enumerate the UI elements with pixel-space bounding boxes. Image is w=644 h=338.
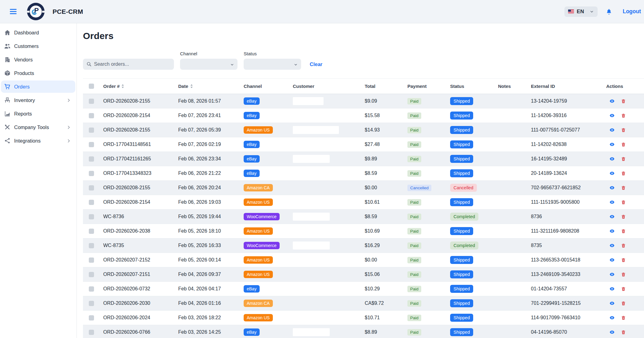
- delete-order-icon[interactable]: [621, 272, 626, 277]
- column-header-date[interactable]: Date: [178, 84, 244, 89]
- external-id: 11-14202-82638: [531, 142, 606, 147]
- delete-order-icon[interactable]: [621, 301, 626, 306]
- order-date: Feb 07, 2026 23:41: [178, 113, 244, 118]
- row-checkbox[interactable]: [89, 257, 94, 263]
- delete-order-icon[interactable]: [621, 200, 626, 205]
- payment-badge: Paid: [407, 271, 421, 278]
- view-order-icon[interactable]: [609, 243, 615, 248]
- order-total: $9.89: [365, 156, 407, 162]
- delete-order-icon[interactable]: [621, 99, 626, 104]
- row-checkbox[interactable]: [89, 142, 94, 147]
- sidebar-item-products[interactable]: Products: [1, 67, 75, 79]
- column-header-notes: Notes: [498, 84, 531, 89]
- delete-order-icon[interactable]: [621, 185, 626, 191]
- delete-order-icon[interactable]: [621, 214, 626, 219]
- sort-icon[interactable]: [121, 84, 124, 88]
- select-all-checkbox[interactable]: [89, 84, 94, 89]
- sidebar-item-company-tools[interactable]: Company Tools: [1, 121, 75, 133]
- row-checkbox[interactable]: [89, 99, 94, 104]
- view-order-icon[interactable]: [609, 301, 615, 306]
- row-checkbox[interactable]: [89, 113, 94, 118]
- sidebar-item-inventory[interactable]: Inventory: [1, 94, 75, 106]
- order-total: $16.29: [365, 243, 407, 248]
- order-number: ORD-20260207-2152: [103, 257, 178, 263]
- status-filter-label: Status: [244, 51, 301, 56]
- view-order-icon[interactable]: [609, 142, 615, 147]
- inventory-icon: [4, 97, 11, 104]
- clear-filters-link[interactable]: Clear: [310, 61, 322, 67]
- order-total: $27.48: [365, 142, 407, 147]
- redacted-customer: [293, 242, 330, 250]
- row-checkbox[interactable]: [89, 185, 94, 191]
- sidebar-item-customers[interactable]: Customers: [1, 40, 75, 52]
- logout-link[interactable]: Logout: [623, 8, 641, 15]
- sort-icon[interactable]: [190, 84, 193, 88]
- external-id: 01-14204-73557: [531, 286, 606, 292]
- view-order-icon[interactable]: [609, 113, 615, 118]
- row-checkbox[interactable]: [89, 286, 94, 292]
- language-selector[interactable]: EN: [564, 6, 598, 17]
- external-id: 8736: [531, 214, 606, 219]
- chevron-right-icon: [66, 139, 71, 143]
- sidebar-item-integrations[interactable]: Integrations: [1, 135, 75, 147]
- delete-order-icon[interactable]: [621, 257, 626, 263]
- delete-order-icon[interactable]: [621, 128, 626, 133]
- view-order-icon[interactable]: [609, 272, 615, 277]
- channel-badge: Amazon US: [244, 314, 273, 321]
- row-checkbox[interactable]: [89, 272, 94, 277]
- table-row: ORD-1770421161265 Feb 06, 2026 23:34 eBa…: [83, 152, 644, 166]
- row-checkbox[interactable]: [89, 156, 94, 162]
- delete-order-icon[interactable]: [621, 315, 626, 320]
- view-order-icon[interactable]: [609, 286, 615, 292]
- order-date: Feb 07, 2026 02:19: [178, 142, 244, 147]
- view-order-icon[interactable]: [609, 315, 615, 320]
- menu-icon[interactable]: [10, 9, 17, 14]
- row-checkbox[interactable]: [89, 200, 94, 205]
- table-row: ORD-1770431148561 Feb 07, 2026 02:19 eBa…: [83, 137, 644, 152]
- topbar: CPe PCE-CRM EN Logout: [0, 0, 644, 23]
- sidebar-item-vendors[interactable]: Vendors: [1, 53, 75, 66]
- payment-badge: Paid: [407, 228, 421, 234]
- status-select[interactable]: [244, 59, 301, 70]
- status-badge: Cancelled: [450, 184, 477, 192]
- view-order-icon[interactable]: [609, 228, 615, 234]
- external-id: 04-14196-85070: [531, 329, 606, 335]
- delete-order-icon[interactable]: [621, 142, 626, 147]
- view-order-icon[interactable]: [609, 329, 615, 335]
- row-checkbox[interactable]: [89, 243, 94, 248]
- view-order-icon[interactable]: [609, 214, 615, 219]
- channel-select[interactable]: [180, 59, 238, 70]
- column-header-order[interactable]: Order #: [103, 84, 178, 89]
- row-checkbox[interactable]: [89, 171, 94, 176]
- delete-order-icon[interactable]: [621, 171, 626, 176]
- delete-order-icon[interactable]: [621, 243, 626, 248]
- view-order-icon[interactable]: [609, 156, 615, 162]
- row-checkbox[interactable]: [89, 315, 94, 320]
- view-order-icon[interactable]: [609, 127, 615, 133]
- view-order-icon[interactable]: [609, 199, 615, 205]
- delete-order-icon[interactable]: [621, 286, 626, 292]
- delete-order-icon[interactable]: [621, 330, 626, 335]
- row-checkbox[interactable]: [89, 301, 94, 306]
- row-checkbox[interactable]: [89, 229, 94, 234]
- payment-badge: Paid: [407, 257, 421, 263]
- row-checkbox[interactable]: [89, 128, 94, 133]
- view-order-icon[interactable]: [609, 98, 615, 104]
- view-order-icon[interactable]: [609, 171, 615, 176]
- bell-icon[interactable]: [606, 8, 612, 15]
- sidebar-item-orders[interactable]: Orders: [1, 81, 75, 93]
- search-input[interactable]: [83, 59, 174, 70]
- row-checkbox[interactable]: [89, 214, 94, 219]
- row-checkbox[interactable]: [89, 330, 94, 335]
- delete-order-icon[interactable]: [621, 113, 626, 118]
- sidebar-item-reports[interactable]: Reports: [1, 108, 75, 120]
- order-number: ORD-20260208-2155: [103, 98, 178, 104]
- delete-order-icon[interactable]: [621, 229, 626, 234]
- table-row: ORD-20260207-2151 Feb 04, 2026 09:37 Ama…: [83, 267, 644, 282]
- view-order-icon[interactable]: [609, 185, 615, 191]
- order-total: $15.58: [365, 113, 407, 118]
- app-title: PCE-CRM: [53, 8, 83, 15]
- view-order-icon[interactable]: [609, 257, 615, 263]
- delete-order-icon[interactable]: [621, 156, 626, 162]
- sidebar-item-dashboard[interactable]: Dashboard: [1, 26, 75, 39]
